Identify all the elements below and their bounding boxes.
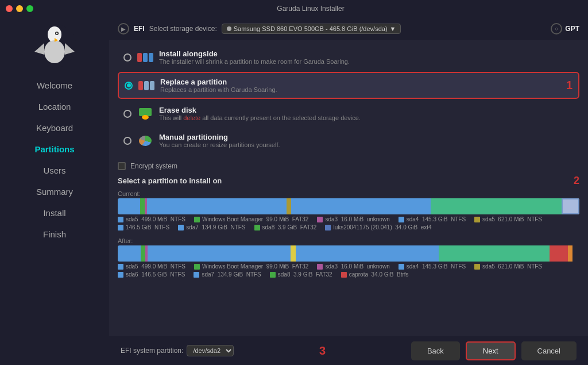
after-legend-caprota: caprota 34.0 GiB Btrfs [341,271,409,278]
manual-text: Manual partitioning You can create or re… [159,133,280,148]
bar-seg-sda7[interactable] [431,198,561,214]
alongside-text: Install alongside The installer will shr… [159,49,350,65]
content-area: ▶ EFI Select storage device: Samsung SSD… [109,17,588,365]
cancel-button[interactable]: Cancel [521,341,577,360]
partition-section: Select a partition to install on 2 Curre… [109,172,588,336]
after-legend-2: sda6 146.5 GiB NTFS sda7 134.9 GiB NTFS … [118,271,579,278]
legend-sda5: sda5 499.0 MiB NTFS [118,216,185,222]
erase-text: Erase disk This will delete all data cur… [159,106,361,121]
device-name: Samsung SSD 860 EVO 500GB - 465.8 GiB (/… [234,25,388,32]
radio-erase-disk[interactable] [123,110,131,118]
sidebar-item-welcome[interactable]: Welcome [0,75,109,96]
maximize-button[interactable] [26,5,33,12]
after-legend-sda3: sda3 16.0 MiB unknown [317,263,389,270]
legend-sda8: sda8 3.9 GiB FAT32 [254,224,317,230]
window-controls [6,5,33,12]
current-label: Current: [118,190,579,197]
option-install-alongside[interactable]: Install alongside The installer will shr… [118,45,579,70]
replace-title: Replace a partition [160,78,277,86]
replace-icon [138,80,154,91]
radio-replace-partition[interactable] [125,82,133,90]
sidebar-item-keyboard[interactable]: Keyboard [0,117,109,139]
bar-seg-sda6[interactable] [291,198,431,214]
after-legend-sda5b: sda5 621.0 MiB NTFS [474,263,542,270]
after-legend-boot: Windows Boot Manager 99.0 MiB FAT32 [194,263,308,270]
next-button[interactable]: Next [466,341,516,360]
after-legend-1: sda5 499.0 MiB NTFS Windows Boot Manager… [118,263,579,270]
after-legend-sda6: sda6 146.5 GiB NTFS [118,271,185,278]
svg-point-2 [44,40,65,63]
minimize-button[interactable] [16,5,23,12]
partition-section-title: Select a partition to install on 2 [118,175,579,187]
current-bar-container: Current: sda5 499 [118,190,579,230]
titlebar: Garuda Linux Installer [0,0,588,17]
after-legend-sda7: sda7 134.9 GiB NTFS [194,271,261,278]
gpt-section: ○ GPT [551,23,579,34]
close-button[interactable] [6,5,13,12]
dropdown-arrow-icon: ▼ [390,25,396,32]
after-seg-sda5[interactable] [118,245,141,262]
sidebar-item-location[interactable]: Location [0,96,109,117]
after-seg-small[interactable] [568,245,572,262]
sidebar: Welcome Location Keyboard Partitions Use… [0,17,109,365]
after-seg-caprota[interactable] [550,245,568,262]
erase-desc: This will delete all data currently pres… [159,114,361,121]
badge-3-container: 3 [319,344,326,358]
badge-1: 1 [566,79,572,92]
after-seg-sda5b[interactable] [291,245,295,262]
option-replace-partition[interactable]: Replace a partition Replaces a partition… [118,72,579,99]
after-legend-sda5: sda5 499.0 MiB NTFS [118,263,185,270]
alongside-title: Install alongside [159,49,350,58]
bar-seg-selected[interactable] [562,198,579,214]
bar-seg-boot[interactable] [140,198,145,214]
sidebar-item-finish[interactable]: Finish [0,224,109,245]
delete-word: delete [183,114,200,121]
sidebar-item-install[interactable]: Install [0,202,109,224]
main-layout: Welcome Location Keyboard Partitions Use… [0,17,588,365]
erase-title: Erase disk [159,106,361,114]
footer: EFI system partition: /dev/sda2 3 Back N… [109,336,588,365]
topbar: ▶ EFI Select storage device: Samsung SSD… [109,17,588,40]
back-button[interactable]: Back [411,341,460,360]
after-disk-bar [118,245,579,262]
alongside-icon [137,52,153,63]
bar-seg-sda5b[interactable] [287,198,291,214]
app-logo [32,23,78,69]
badge-2: 2 [574,175,579,187]
legend-sda6: 146.5 GiB NTFS [118,224,169,230]
after-seg-sda6[interactable] [296,245,439,262]
replace-desc: Replaces a partition with Garuda Soaring… [160,86,277,93]
current-legend-1: sda5 499.0 MiB NTFS Windows Boot Manager… [118,216,579,222]
gpt-icon: ○ [551,23,562,34]
efi-play-icon: ▶ [118,23,129,34]
sidebar-item-partitions[interactable]: Partitions [0,139,109,160]
manual-title: Manual partitioning [159,133,280,141]
bar-seg-sda5[interactable] [118,198,140,214]
after-legend-sda8: sda8 3.9 GiB FAT32 [270,271,332,278]
efi-partition-row: EFI system partition: /dev/sda2 [121,345,234,356]
after-seg-sda4[interactable] [148,245,291,262]
radio-manual[interactable] [123,137,131,145]
device-selector[interactable]: Samsung SSD 860 EVO 500GB - 465.8 GiB (/… [222,24,401,34]
legend-sda3: sda3 16.0 MiB unknown [317,216,389,222]
efi-partition-select[interactable]: /dev/sda2 [187,345,234,356]
after-seg-boot[interactable] [141,245,145,262]
bar-seg-sda4[interactable] [147,198,287,214]
storage-label: Select storage device: [149,25,217,33]
legend-sda5b: sda5 621.0 MiB NTFS [474,216,542,222]
after-seg-sda7[interactable] [439,245,550,262]
badge-3: 3 [319,344,326,358]
sidebar-item-summary[interactable]: Summary [0,181,109,202]
current-disk-bar [118,198,579,214]
sidebar-nav: Welcome Location Keyboard Partitions Use… [0,75,109,245]
after-bar-container: After: sda5 499.0 MiB NTFS [118,237,579,278]
legend-boot: Windows Boot Manager 99.0 MiB FAT32 [194,216,308,222]
radio-install-alongside[interactable] [123,53,131,62]
encrypt-checkbox[interactable] [118,162,126,170]
after-legend-sda4: sda4 145.3 GiB NTFS [399,263,466,270]
option-erase-disk[interactable]: Erase disk This will delete all data cur… [118,101,579,126]
alongside-desc: The installer will shrink a partition to… [159,58,350,65]
sidebar-item-users[interactable]: Users [0,160,109,181]
option-manual-partitioning[interactable]: Manual partitioning You can create or re… [118,128,579,153]
efi-label: EFI [134,25,145,33]
